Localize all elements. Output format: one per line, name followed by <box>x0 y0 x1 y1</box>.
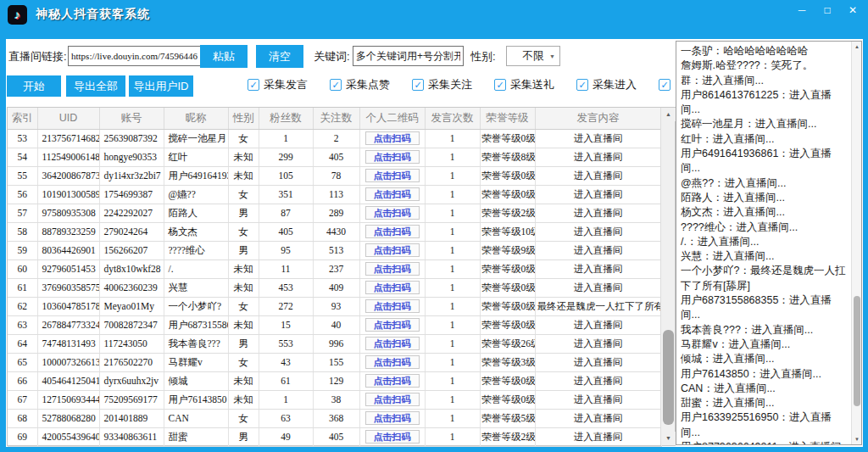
table-scrollbar[interactable]: ▲ ▼ <box>660 108 675 445</box>
cell-fans: 11 <box>259 259 313 278</box>
scan-qr-button[interactable]: 点击扫码 <box>365 411 420 425</box>
cell-speeches: 1 <box>425 278 480 297</box>
collect-checkbox-2[interactable]: ✓采集关注 <box>412 77 472 92</box>
cell-content: 进入直播间 <box>535 222 661 241</box>
scan-qr-button[interactable]: 点击扫码 <box>365 393 420 406</box>
cell-account: 156266207 <box>99 241 164 259</box>
start-button[interactable]: 开始 <box>7 75 61 97</box>
cell-honor: 荣誉等级0级 <box>480 129 535 148</box>
gender-dropdown[interactable]: 不限 ▼ <box>506 46 560 66</box>
table-row[interactable]: 63267884773324270082872347用户687315586未知1… <box>8 315 661 334</box>
cell-account: Meyao01My <box>99 297 164 315</box>
table-row[interactable]: 553642008678735dy1i4xr3z2bi7用户649164193未… <box>8 166 661 185</box>
live-link-input[interactable] <box>68 46 203 66</box>
scan-qr-button[interactable]: 点击扫码 <box>365 337 420 350</box>
maximize-icon[interactable]: □ <box>821 3 834 17</box>
table-row[interactable]: 53213756714682125639087392搅碎一池星月女12点击扫码1… <box>8 129 661 148</box>
collect-checkbox-1[interactable]: ✓采集点赞 <box>330 77 390 92</box>
cell-nickname: 用户687315586 <box>164 315 228 334</box>
cell-fans: 87 <box>259 204 313 222</box>
table-row[interactable]: 561019013005891754699387@嬿??女351113点击扫码1… <box>8 185 661 204</box>
table-row[interactable]: 664054641250413dyrx6uuhx2jv倾城未知61129点击扫码… <box>8 371 661 390</box>
log-scrollbar-thumb[interactable] <box>854 296 860 406</box>
cell-nickname: 我本善良??? <box>164 334 228 353</box>
scan-qr-button[interactable]: 点击扫码 <box>365 355 420 369</box>
checkbox-check-icon[interactable]: ✓ <box>412 79 424 91</box>
column-header: 荣誉等级 <box>480 108 535 129</box>
scan-qr-button[interactable]: 点击扫码 <box>365 281 420 294</box>
cell-speeches: 1 <box>425 129 480 148</box>
cell-uid: 3769603585750 <box>37 278 99 297</box>
collect-checkbox-3[interactable]: ✓采集送礼 <box>494 77 554 92</box>
column-header: 粉丝数 <box>259 108 313 129</box>
table-row[interactable]: 5888789323259279024264杨文杰女4054430点击扫码1荣誉… <box>8 222 661 241</box>
log-line: 兴慧：进入直播间... <box>681 249 850 264</box>
table-row[interactable]: 67127150693444075209569177用户76143850未知13… <box>8 390 661 409</box>
table-row[interactable]: 5980364426901156266207????维心男95513点击扫码1荣… <box>8 241 661 259</box>
cell-honor: 荣誉等级5级 <box>480 409 535 427</box>
cell-honor: 荣誉等级0级 <box>480 297 535 315</box>
cell-nickname: 搅碎一池星月 <box>164 129 228 148</box>
scan-qr-button[interactable]: 点击扫码 <box>365 169 420 182</box>
checkbox-check-icon[interactable]: ✓ <box>494 79 506 91</box>
scan-qr-button[interactable]: 点击扫码 <box>365 374 420 388</box>
scan-qr-button[interactable]: 点击扫码 <box>365 187 420 201</box>
clear-button[interactable]: 清空 <box>256 45 303 68</box>
table-row[interactable]: 651000073266132176502270马群耀v女43155点击扫码1荣… <box>8 353 661 371</box>
scan-qr-button[interactable]: 点击扫码 <box>365 262 420 276</box>
export-all-button[interactable]: 导出全部 <box>66 75 125 97</box>
table-scrollbar-thumb[interactable] <box>663 330 674 425</box>
cell-content: 进入直播间 <box>535 334 661 353</box>
table-row[interactable]: 62103604785178Meyao01My一个小梦吖?女27293点击扫码1… <box>8 297 661 315</box>
scan-qr-button[interactable]: 点击扫码 <box>365 318 420 332</box>
close-icon[interactable]: ✕ <box>846 3 860 17</box>
scroll-down-icon[interactable]: ▼ <box>661 432 676 445</box>
scan-qr-button[interactable]: 点击扫码 <box>365 206 420 220</box>
table-row[interactable]: 6474748131493117243050我本善良???男553996点击扫码… <box>8 334 661 353</box>
cell-follows: 368 <box>313 409 359 427</box>
checkbox-check-icon[interactable]: ✓ <box>576 79 588 91</box>
log-scroll-down-icon[interactable]: ▼ <box>852 434 862 444</box>
minimize-icon[interactable]: ─ <box>795 3 809 17</box>
column-header: 发言次数 <box>425 108 480 129</box>
collect-checkbox-0[interactable]: ✓采集发言 <box>248 77 308 92</box>
table-row[interactable]: 61376960358575040062360239兴慧未知453409点击扫码… <box>8 278 661 297</box>
cell-account: 25639087392 <box>99 129 164 148</box>
cell-nickname: ????维心 <box>164 241 228 259</box>
log-line: /.：进入直播间... <box>681 235 850 249</box>
cell-account: 75209569177 <box>99 390 164 409</box>
collect-checkbox-4[interactable]: ✓采集进入 <box>576 77 637 92</box>
log-scrollbar[interactable]: ▲ ▼ <box>851 42 861 444</box>
scroll-up-icon[interactable]: ▲ <box>661 108 676 121</box>
cell-follows: 113 <box>313 185 359 204</box>
cell-account: 117243050 <box>99 334 164 353</box>
checkbox-check-icon[interactable]: ✓ <box>248 79 259 91</box>
scan-qr-button[interactable]: 点击扫码 <box>365 131 420 145</box>
cell-account: 93340863611 <box>99 427 164 446</box>
cell-follows: 129 <box>313 371 359 390</box>
export-user-id-button[interactable]: 导出用户ID <box>129 75 193 97</box>
paste-button[interactable]: 粘贴 <box>200 45 248 68</box>
table-row[interactable]: 541125490061483hongye90353红叶未知299405点击扫码… <box>8 148 661 166</box>
scan-qr-button[interactable]: 点击扫码 <box>365 430 420 444</box>
checkbox-check-icon[interactable]: ✓ <box>659 79 670 91</box>
table-row[interactable]: 57975809353082242292027陌路人男87289点击扫码1荣誉等… <box>8 204 661 222</box>
scan-qr-button[interactable]: 点击扫码 <box>365 299 420 313</box>
cell-gender: 女 <box>228 185 259 204</box>
table-row[interactable]: 69420055439640093340863611甜蜜男49405点击扫码1荣… <box>8 427 661 446</box>
keyword-input[interactable] <box>353 46 464 66</box>
cell-fans: 299 <box>259 148 313 166</box>
scan-qr-button[interactable]: 点击扫码 <box>365 150 420 164</box>
table-row[interactable]: 6852788068280201401889CAN女63368点击扫码1荣誉等级… <box>8 409 661 427</box>
cell-content: 进入直播间 <box>535 241 661 259</box>
cell-honor: 荣誉等级0级 <box>480 390 535 409</box>
checkbox-check-icon[interactable]: ✓ <box>330 79 342 91</box>
content-panel: 直播间链接: 粘贴 清空 关键词: 性别: 不限 ▼ 开始 导出全部 导出用户I… <box>6 39 863 447</box>
cell-index: 57 <box>8 204 37 222</box>
log-line: 我本善良???：进入直播间... <box>681 323 850 338</box>
scan-qr-button[interactable]: 点击扫码 <box>365 225 420 238</box>
cell-speeches: 1 <box>425 334 480 353</box>
log-scroll-up-icon[interactable]: ▲ <box>852 42 862 52</box>
table-row[interactable]: 6092796051453dyt8x10wkf28/.未知11237点击扫码1荣… <box>8 259 661 278</box>
scan-qr-button[interactable]: 点击扫码 <box>365 243 420 257</box>
